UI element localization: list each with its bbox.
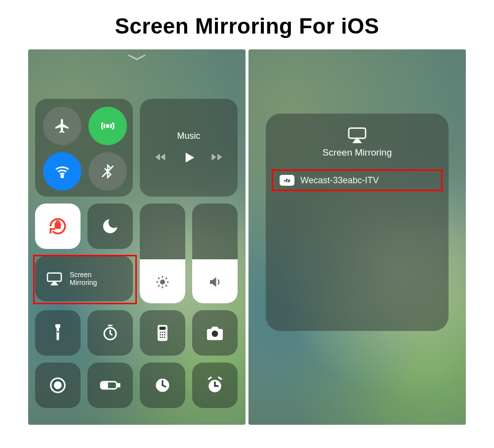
mirror-device-name: Wecast-33eabc-ITV <box>300 175 379 186</box>
svg-point-0 <box>107 125 109 127</box>
svg-point-20 <box>164 331 165 333</box>
airplane-icon <box>54 118 71 134</box>
cellular-data-button[interactable] <box>88 107 127 145</box>
svg-rect-35 <box>349 128 366 138</box>
alarm-icon <box>206 376 224 395</box>
svg-point-24 <box>160 336 161 338</box>
volume-slider[interactable] <box>192 204 238 303</box>
svg-point-29 <box>55 382 61 389</box>
connectivity-tile <box>35 99 133 197</box>
wifi-icon <box>54 163 71 180</box>
rewind-icon[interactable] <box>154 150 167 165</box>
calculator-icon <box>155 324 170 342</box>
svg-point-19 <box>162 331 164 333</box>
svg-point-18 <box>160 331 161 333</box>
svg-point-5 <box>160 280 165 285</box>
calculator-button[interactable] <box>140 310 185 356</box>
phone-left: Music <box>28 49 246 425</box>
svg-rect-4 <box>47 273 61 282</box>
svg-rect-17 <box>160 327 166 330</box>
svg-point-26 <box>164 336 165 338</box>
svg-line-2 <box>102 166 114 177</box>
speaker-icon <box>207 275 222 289</box>
appletv-badge-icon: ●tv <box>280 175 294 186</box>
svg-rect-32 <box>102 383 107 388</box>
svg-point-22 <box>162 334 164 335</box>
airplane-mode-button[interactable] <box>43 107 82 145</box>
record-icon <box>48 376 67 395</box>
do-not-disturb-button[interactable] <box>87 204 133 249</box>
stopwatch-button[interactable] <box>140 363 185 408</box>
wifi-button[interactable] <box>43 152 82 191</box>
screen-record-button[interactable] <box>35 363 81 408</box>
chevron-down-icon[interactable] <box>127 52 147 62</box>
alarm-button[interactable] <box>192 363 238 408</box>
moon-icon <box>101 217 120 236</box>
flashlight-button[interactable] <box>35 310 81 356</box>
music-tile[interactable]: Music <box>140 99 238 197</box>
svg-point-23 <box>164 334 165 335</box>
svg-point-27 <box>212 330 218 337</box>
screen-mirroring-label: Screen Mirroring <box>70 271 97 286</box>
mirror-device-row[interactable]: ●tv Wecast-33eabc-ITV <box>275 171 440 190</box>
camera-icon <box>205 325 225 341</box>
rotation-lock-button[interactable] <box>35 204 81 249</box>
forward-icon[interactable] <box>210 150 224 165</box>
svg-point-25 <box>162 336 164 338</box>
timer-icon <box>101 324 119 342</box>
svg-rect-31 <box>118 384 120 387</box>
music-label: Music <box>177 131 200 141</box>
svg-point-14 <box>57 331 58 332</box>
svg-point-21 <box>160 334 161 335</box>
phone-right: Screen Mirroring ●tv Wecast-33eabc-ITV <box>248 49 466 425</box>
page-title: Screen Mirroring For iOS <box>0 0 494 49</box>
svg-line-11 <box>165 285 167 286</box>
sun-icon <box>155 275 170 289</box>
airplay-icon <box>46 272 63 285</box>
battery-icon <box>99 379 121 391</box>
low-power-button[interactable] <box>87 363 133 408</box>
svg-line-12 <box>158 285 160 286</box>
svg-line-10 <box>158 278 160 279</box>
screen-mirroring-panel: Screen Mirroring ●tv Wecast-33eabc-ITV <box>266 114 449 331</box>
svg-line-13 <box>165 278 167 279</box>
svg-point-1 <box>61 175 63 177</box>
clock-icon <box>154 376 171 394</box>
screen-mirroring-button[interactable]: Screen Mirroring <box>35 256 133 301</box>
bluetooth-icon <box>100 164 115 179</box>
mirror-panel-title: Screen Mirroring <box>323 147 392 158</box>
cellular-icon <box>99 118 116 134</box>
timer-button[interactable] <box>87 310 133 356</box>
flashlight-icon <box>50 323 65 343</box>
bluetooth-button[interactable] <box>88 152 127 191</box>
airplay-icon <box>346 126 368 143</box>
brightness-slider[interactable] <box>140 204 185 303</box>
play-icon[interactable] <box>181 150 196 165</box>
svg-rect-3 <box>55 224 60 228</box>
rotation-lock-icon <box>47 215 69 237</box>
camera-button[interactable] <box>192 310 238 356</box>
